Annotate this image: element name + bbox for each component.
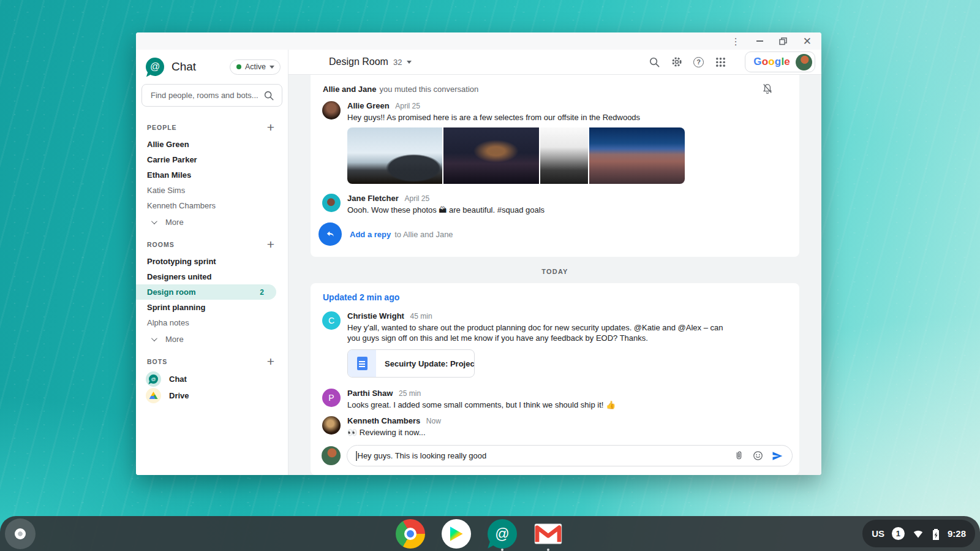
sidebar-item-drive-bot[interactable]: Drive (136, 387, 288, 403)
rooms-more-button[interactable]: More (136, 332, 288, 347)
active-status-dot (236, 64, 241, 69)
compose-text: Hey guys. This is looking really good (358, 451, 487, 460)
room-title-dropdown[interactable]: Design Room 32 (329, 56, 412, 67)
shared-photo-desert-butte[interactable] (347, 127, 442, 184)
avatar (322, 446, 341, 465)
chevron-down-icon (151, 218, 157, 224)
message-text: Hey y'all, wanted to share out the produ… (347, 322, 726, 343)
search-icon (263, 90, 274, 101)
settings-gear-icon[interactable] (671, 56, 683, 68)
bots-title: BOTS (147, 358, 167, 365)
banner-text: you muted this conversation (379, 85, 478, 94)
rooms-title: ROOMS (147, 241, 175, 248)
send-icon[interactable] (771, 450, 783, 462)
status-label: Active (245, 63, 266, 71)
system-tray[interactable]: US 1 9:28 (862, 520, 975, 547)
message: P Parthi Shaw 25 min Looks great. I adde… (311, 384, 799, 411)
sidebar-item-sprint-planning[interactable]: Sprint planning (136, 300, 288, 315)
doc-title: Secuirty Update: Project Plan (376, 359, 475, 368)
message-text: Oooh. Wow these photos 🏔 are beautiful. … (347, 205, 545, 215)
search-placeholder: Find people, rooms and bots... (151, 91, 263, 100)
avatar (322, 416, 341, 435)
message: Kenneth Chambers Now 👀 Reviewing it now.… (311, 411, 799, 439)
sidebar-item-alpha-notes[interactable]: Alpha notes (136, 315, 288, 330)
sidebar-item-designers-united[interactable]: Designers united (136, 269, 288, 284)
emoji-icon[interactable] (752, 450, 764, 462)
sidebar-item-chat-bot[interactable]: @ Chat (136, 371, 288, 387)
play-store-icon[interactable] (442, 519, 471, 549)
people-section-header: PEOPLE + (136, 113, 288, 137)
attach-paperclip-icon[interactable] (733, 450, 745, 462)
today-conversation-card: Updated 2 min ago C Christie Wright 45 m… (311, 283, 799, 475)
shared-photo-bw-hiker[interactable] (540, 127, 588, 184)
add-room-button[interactable]: + (267, 240, 274, 249)
sidebar-item-design-room[interactable]: Design room 2 (136, 284, 276, 300)
room-name: Design Room (329, 56, 388, 67)
desktop: ⋮ ✕ @ Chat Active Fin (0, 0, 980, 551)
search-input[interactable]: Find people, rooms and bots... (141, 84, 282, 107)
minimize-button[interactable] (756, 40, 763, 42)
message-time: Now (426, 417, 441, 425)
sidebar-item-ethan-miles[interactable]: Ethan Miles (136, 167, 288, 183)
message-time: April 25 (395, 102, 420, 110)
help-icon[interactable]: ? (693, 57, 704, 67)
google-account-pill[interactable]: Google (745, 51, 815, 72)
clock: 9:28 (948, 528, 966, 539)
add-people-button[interactable]: + (267, 123, 274, 132)
restore-button[interactable] (779, 37, 787, 45)
message-author: Kenneth Chambers (347, 416, 420, 425)
drive-bot-icon (146, 388, 161, 403)
launcher-icon (15, 528, 26, 539)
account-avatar[interactable] (796, 54, 812, 70)
sidebar-item-prototyping-sprint[interactable]: Prototyping sprint (136, 254, 288, 269)
chevron-down-icon (407, 61, 412, 64)
people-more-button[interactable]: More (136, 215, 288, 230)
message-text: 👀 Reviewing it now... (347, 427, 441, 438)
people-title: PEOPLE (147, 124, 177, 131)
window-menu-icon[interactable]: ⋮ (731, 37, 741, 46)
rooms-section-header: ROOMS + (136, 230, 288, 254)
shared-photo-canyon[interactable] (589, 127, 685, 184)
message-time: April 25 (404, 194, 429, 203)
chevron-down-icon (270, 66, 274, 69)
sidebar-item-carrie-parker[interactable]: Carrie Parker (136, 152, 288, 167)
text-cursor (356, 451, 357, 461)
message-text: Looks great. I added some small comments… (347, 400, 616, 410)
room-header: Design Room 32 ? (288, 50, 821, 75)
updated-label: Updated 2 min ago (311, 283, 799, 306)
message: Jane Fletcher April 25 Oooh. Wow these p… (311, 189, 799, 216)
add-bot-button[interactable]: + (267, 357, 274, 367)
sidebar-item-kenneth-chambers[interactable]: Kenneth Chambers (136, 198, 288, 213)
notification-badge: 1 (892, 527, 905, 540)
main-pane: Design Room 32 ? (288, 50, 821, 475)
chevron-down-icon (151, 335, 157, 341)
sidebar-item-katie-sims[interactable]: Katie Sims (136, 183, 288, 198)
search-icon[interactable] (648, 56, 660, 68)
message: Allie Green April 25 Hey guys!! As promi… (311, 96, 799, 124)
avatar (322, 101, 341, 120)
chrome-icon[interactable] (396, 519, 425, 549)
room-member-count: 32 (393, 58, 402, 67)
banner-names: Allie and Jane (323, 85, 376, 94)
reply-arrow-icon (318, 222, 342, 246)
sidebar-item-allie-green[interactable]: Allie Green (136, 137, 288, 152)
status-selector[interactable]: Active (230, 59, 281, 75)
doc-attachment-chip[interactable]: Secuirty Update: Project Plan (347, 349, 475, 378)
gmail-icon[interactable] (533, 519, 563, 549)
message-time: 45 min (410, 312, 432, 321)
close-button[interactable]: ✕ (803, 36, 812, 47)
shared-photo-dusk-mountain[interactable] (443, 127, 539, 184)
message-time: 25 min (399, 389, 421, 398)
muted-bell-icon[interactable] (761, 83, 774, 95)
conversation-area: Allie and Jane you muted this conversati… (288, 75, 821, 475)
launcher-button[interactable] (5, 519, 36, 549)
message-input[interactable]: Hey guys. This is looking really good (347, 445, 793, 466)
chat-bot-icon: @ (146, 371, 161, 387)
shelf: @ US 1 9:28 (0, 516, 980, 551)
running-indicator-dot (501, 549, 503, 551)
doc-icon-wrap (348, 350, 376, 377)
apps-grid-icon[interactable] (714, 56, 726, 68)
chat-app-icon[interactable]: @ (488, 519, 517, 549)
add-reply-button[interactable]: Add a repy to Allie and Jane (311, 216, 799, 254)
message-author: Christie Wright (347, 311, 404, 321)
